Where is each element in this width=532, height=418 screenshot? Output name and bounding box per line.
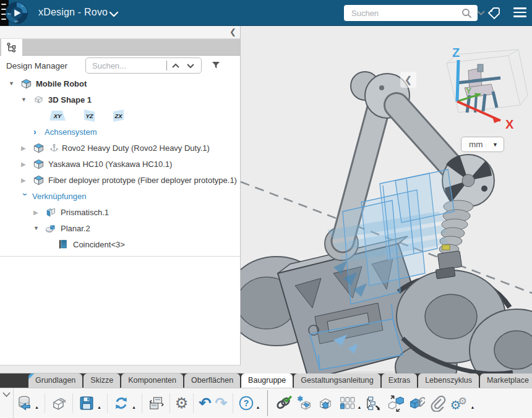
- tree-row[interactable]: Coincident<3>: [0, 236, 240, 252]
- tree-search: [85, 58, 202, 74]
- axis-x-label: X: [505, 117, 514, 131]
- tree-row[interactable]: ▼Mobile Robot: [0, 75, 240, 92]
- tab-gestaltungsanleitung[interactable]: Gestaltungsanleitung: [294, 373, 380, 388]
- redo-button[interactable]: ↷: [215, 396, 227, 411]
- tree-row[interactable]: ▼Planar.2: [0, 220, 240, 236]
- insert-component-new-button[interactable]: ✱: [296, 395, 313, 412]
- search-scope-chevron-icon[interactable]: [477, 11, 485, 15]
- expander-chevron-down-icon[interactable]: ›: [22, 193, 28, 204]
- expander-expanded-icon[interactable]: ▼: [9, 80, 20, 87]
- units-dropdown[interactable]: mm ▼: [461, 137, 504, 152]
- assembly-icon: [32, 142, 45, 154]
- expander-collapsed-icon[interactable]: ▶: [21, 177, 32, 184]
- expander-expanded-icon[interactable]: ▼: [33, 225, 45, 231]
- svg-text:?: ?: [243, 398, 249, 408]
- tree-row[interactable]: XYYZZX: [0, 108, 240, 124]
- design-manager-panel: ❮ Design Manager: [0, 26, 241, 365]
- 3dexperience-compass-icon[interactable]: 3D V.R I+: [5, 1, 28, 25]
- compare-windows-button[interactable]: [147, 395, 165, 412]
- expander-collapsed-icon[interactable]: ▶: [21, 161, 32, 168]
- help-button[interactable]: ?▲: [238, 395, 261, 411]
- tree-row[interactable]: ▼3D Shape 1: [0, 92, 240, 108]
- svg-text:✱: ✱: [298, 395, 304, 403]
- flyout-arrow-icon[interactable]: ▲: [35, 405, 39, 409]
- plane-yz[interactable]: YZ: [84, 109, 95, 122]
- tab-oberfl-chen[interactable]: Oberflächen: [184, 373, 240, 388]
- tree-item-label: Verknüpfungen: [32, 192, 86, 201]
- plane-zx[interactable]: ZX: [113, 109, 124, 122]
- assembly-icon: [32, 158, 45, 170]
- flyout-arrow-icon[interactable]: ▲: [256, 405, 260, 409]
- expander-collapsed-icon[interactable]: ▶: [21, 145, 32, 151]
- expander-collapsed-icon[interactable]: ▶: [33, 209, 45, 216]
- expander-chevron-right-icon[interactable]: ›: [33, 129, 45, 135]
- search-next-icon[interactable]: [186, 63, 195, 69]
- toolbar-separator: [45, 393, 45, 413]
- svg-text:3D: 3D: [7, 12, 11, 15]
- tree-item-label: Achsensystem: [45, 127, 97, 137]
- save-button[interactable]: ▲: [78, 395, 102, 412]
- view-triad[interactable]: Y Z X: [447, 46, 528, 131]
- gears-button[interactable]: ⚙⚙▲: [450, 395, 475, 411]
- axis-y-label: Y: [466, 86, 472, 96]
- panel-scroll-strip[interactable]: [0, 365, 241, 373]
- tree-item-label: Fiber deployer prototype (Fiber deployer…: [48, 176, 237, 185]
- pattern-button[interactable]: ▲: [338, 395, 362, 412]
- viewport-panel-toggle[interactable]: ❮: [400, 72, 416, 88]
- filter-icon[interactable]: [210, 60, 221, 71]
- tab-grundlagen[interactable]: Grundlagen: [28, 373, 82, 388]
- assembly-icon: [20, 78, 32, 90]
- flyout-arrow-icon[interactable]: ▲: [132, 405, 136, 409]
- tree-row[interactable]: ▶Rovo2 Heavy Duty (Rovo2 Heavy Duty.1): [0, 140, 240, 156]
- tree-row[interactable]: ▶Prismatisch.1: [0, 204, 240, 220]
- toolbar-collapse-icon[interactable]: [0, 388, 14, 418]
- export-shape-button[interactable]: [50, 395, 67, 412]
- tree-row[interactable]: ›Achsensystem: [0, 124, 240, 140]
- expander-expanded-icon[interactable]: ▼: [21, 96, 32, 103]
- tab-baugruppe[interactable]: Baugruppe: [241, 373, 293, 388]
- tree-search-input[interactable]: [91, 61, 165, 71]
- global-search: [344, 5, 478, 21]
- replace-component-button[interactable]: [387, 395, 404, 412]
- tag-icon[interactable]: [486, 6, 501, 23]
- sync-button[interactable]: ▲: [113, 395, 137, 412]
- tab-skizze[interactable]: Skizze: [84, 373, 120, 388]
- tree-row[interactable]: ▶Fiber deployer prototype (Fiber deploye…: [0, 172, 240, 188]
- flyout-arrow-icon[interactable]: ▲: [470, 405, 474, 409]
- mate-link-check-button[interactable]: [275, 395, 292, 412]
- panel-toolbar: Design Manager: [0, 56, 240, 75]
- search-icon[interactable]: [461, 8, 472, 19]
- tree-item-label: Prismatisch.1: [61, 208, 109, 217]
- top-bar: 3D V.R I+ xDesign - Rovo: [0, 0, 532, 26]
- prismatic-icon: [45, 207, 57, 218]
- search-prev-icon[interactable]: [171, 63, 180, 69]
- tab-design-tree[interactable]: [1, 39, 22, 56]
- toolbar-separator: [169, 393, 170, 413]
- tab-komponenten[interactable]: Komponenten: [121, 373, 183, 388]
- insert-component-existing-button[interactable]: [317, 395, 334, 412]
- tab-lebenszyklus[interactable]: Lebenszyklus: [418, 373, 479, 388]
- paperclip-button[interactable]: [429, 395, 446, 412]
- settings-gear-button[interactable]: ⚙: [175, 396, 189, 411]
- tab-marketplace[interactable]: Marketplace: [480, 373, 532, 388]
- flyout-arrow-icon[interactable]: ▲: [357, 405, 361, 409]
- derive-structure-button[interactable]: [366, 395, 383, 412]
- attach-component-button[interactable]: [408, 395, 425, 412]
- undo-button[interactable]: ↶: [199, 396, 211, 411]
- import-database-button[interactable]: ▲: [15, 395, 40, 412]
- global-search-input[interactable]: [350, 8, 461, 19]
- tab-extras[interactable]: Extras: [382, 373, 417, 388]
- panel-title: Design Manager: [6, 61, 85, 70]
- app-title-chevron-icon[interactable]: [109, 9, 119, 20]
- flyout-arrow-icon[interactable]: ▲: [97, 405, 101, 409]
- units-value: mm: [469, 140, 492, 149]
- panel-tab-strip: [0, 39, 240, 56]
- panel-collapse-icon[interactable]: ❮: [230, 27, 236, 36]
- tree-row[interactable]: ›Verknüpfungen: [0, 188, 240, 204]
- 3d-viewport[interactable]: Y Z X ❮ mm ▼: [241, 26, 532, 373]
- tree-row[interactable]: ▶Yaskawa HC10 (Yaskawa HC10.1): [0, 156, 240, 172]
- menu-icon[interactable]: [513, 7, 526, 20]
- plane-xy[interactable]: XY: [49, 111, 66, 121]
- tree-item-label: Mobile Robot: [36, 79, 87, 88]
- xdesign-app: 3D V.R I+ xDesign - Rovo ❮: [0, 0, 532, 418]
